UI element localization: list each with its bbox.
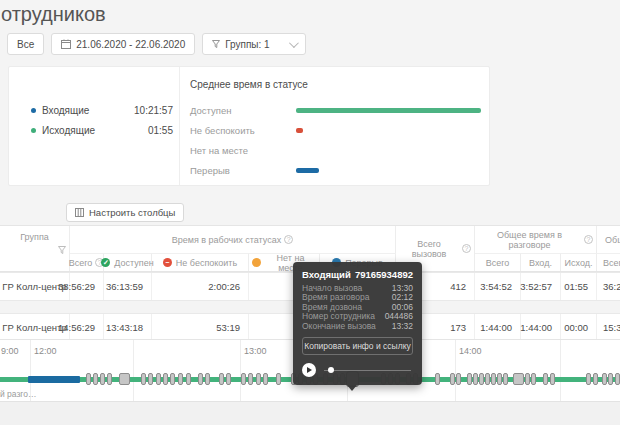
chevron-down-icon xyxy=(289,38,299,48)
subheader-talk-in[interactable]: Вход. xyxy=(521,253,561,271)
overflow-label: Общее xyxy=(605,235,620,245)
timeline-tick-label: 9:00 xyxy=(1,346,19,356)
call-marker[interactable] xyxy=(86,373,91,385)
subheader-talk-total[interactable]: Всего xyxy=(475,253,521,271)
call-marker[interactable] xyxy=(248,373,253,385)
call-marker[interactable] xyxy=(435,373,440,385)
legend-item-incoming: Входящие 10:21:57 xyxy=(31,105,173,116)
call-marker[interactable] xyxy=(205,373,210,385)
call-marker[interactable] xyxy=(163,373,168,385)
call-marker[interactable] xyxy=(602,373,607,385)
filter-all-chip[interactable]: Все xyxy=(7,33,44,55)
subheader-total[interactable]: Всего? xyxy=(70,253,104,271)
call-marker[interactable] xyxy=(263,373,268,385)
call-marker[interactable] xyxy=(219,373,224,385)
cell-talk-in: 3:52:57 xyxy=(521,273,561,300)
filters-bar: Все 21.06.2020 - 22.06.2020 Группы: 1 xyxy=(7,33,306,55)
call-marker[interactable] xyxy=(497,373,502,385)
cell-total: 14:56:29 xyxy=(70,314,104,341)
status-bar-break xyxy=(296,168,319,173)
call-marker[interactable] xyxy=(241,373,246,385)
call-marker[interactable] xyxy=(608,373,613,385)
call-marker[interactable] xyxy=(186,373,191,385)
cell-total: 38:56:29 xyxy=(70,273,104,300)
cell-talk-total: 3:54:52 xyxy=(475,273,521,300)
total-calls-label: Всего вызовов xyxy=(399,239,459,259)
cell-overflow-total: 15:33 xyxy=(597,314,620,341)
call-marker[interactable] xyxy=(543,373,548,385)
date-range-chip[interactable]: 21.06.2020 - 22.06.2020 xyxy=(51,33,195,55)
cell-talk-out: 01:55 xyxy=(561,273,597,300)
timeline-tick-label: 14:00 xyxy=(459,346,482,356)
call-marker[interactable] xyxy=(485,373,490,385)
call-direction: Входящий xyxy=(302,269,351,280)
play-button[interactable] xyxy=(302,363,316,377)
call-marker[interactable] xyxy=(226,373,231,385)
timeline-gridline xyxy=(133,340,134,401)
status-bar-dnd xyxy=(296,128,303,133)
info-icon[interactable]: ? xyxy=(462,244,471,253)
info-icon[interactable]: ? xyxy=(284,235,293,244)
column-filter-funnel-icon[interactable] xyxy=(58,246,66,254)
subheader-dnd[interactable]: − Не беспокоить xyxy=(152,253,249,271)
call-marker[interactable] xyxy=(198,373,203,385)
status-row-break: Перерыв xyxy=(190,165,481,175)
configure-columns-button[interactable]: Настроить столбцы xyxy=(66,203,184,222)
available-status-icon: ✓ xyxy=(101,258,110,267)
subheader-dnd-label: Не беспокоить xyxy=(176,258,237,268)
call-marker[interactable] xyxy=(119,373,130,385)
timeline-break-segment xyxy=(28,376,80,383)
incoming-label: Входящие xyxy=(42,105,89,116)
call-type-legend: Входящие 10:21:57 Исходящие 01:55 xyxy=(9,67,179,185)
funnel-icon xyxy=(212,40,220,48)
call-marker[interactable] xyxy=(178,373,183,385)
copy-info-button[interactable]: Копировать инфо и ссылку xyxy=(302,337,413,355)
subheader-overflow-total[interactable]: Всего xyxy=(597,253,620,271)
call-marker[interactable] xyxy=(276,373,281,385)
popup-pointer xyxy=(347,385,357,391)
call-marker[interactable] xyxy=(141,373,146,385)
cell-dnd: 53:19 xyxy=(152,314,249,341)
call-marker[interactable] xyxy=(93,373,98,385)
call-marker[interactable] xyxy=(503,373,508,385)
call-marker[interactable] xyxy=(473,373,478,385)
subheader-talk-out[interactable]: Исход. xyxy=(561,253,597,271)
outgoing-value: 01:55 xyxy=(148,125,173,136)
avg-status-panel: Среднее время в статусе Доступен Не бесп… xyxy=(190,79,481,90)
player-track[interactable] xyxy=(324,370,411,371)
call-marker[interactable] xyxy=(170,373,175,385)
incoming-value: 10:21:57 xyxy=(134,105,173,116)
column-header-group[interactable]: Группа xyxy=(0,226,70,271)
call-marker[interactable] xyxy=(531,373,536,385)
call-marker[interactable] xyxy=(100,373,105,385)
cell-available: 13:43:18 xyxy=(104,314,152,341)
call-marker[interactable] xyxy=(593,373,598,385)
subheader-total-label: Всего xyxy=(69,258,93,268)
call-marker[interactable] xyxy=(513,373,524,385)
timeline-gridline xyxy=(240,340,241,401)
call-marker[interactable] xyxy=(491,373,496,385)
popup-header: Входящий 79165934892 xyxy=(302,269,413,280)
status-row-dnd: Не беспокоить xyxy=(190,125,481,135)
field-label: Окончание вызова xyxy=(302,322,376,331)
call-marker[interactable] xyxy=(525,373,530,385)
call-detail-popup: Входящий 79165934892 Начало вызова 13:30… xyxy=(293,262,422,385)
call-marker[interactable] xyxy=(479,373,484,385)
subheader-available[interactable]: ✓ Доступен xyxy=(104,253,152,271)
call-marker[interactable] xyxy=(148,373,153,385)
call-marker[interactable] xyxy=(467,373,472,385)
call-marker[interactable] xyxy=(107,373,112,385)
groups-filter-chip[interactable]: Группы: 1 xyxy=(202,33,305,55)
call-marker[interactable] xyxy=(586,373,591,385)
status-label: Не беспокоить xyxy=(190,125,296,136)
call-marker[interactable] xyxy=(615,373,620,385)
call-marker[interactable] xyxy=(456,373,461,385)
call-marker[interactable] xyxy=(550,373,555,385)
info-icon[interactable]: ? xyxy=(584,235,593,244)
call-marker[interactable] xyxy=(450,373,455,385)
player-handle[interactable] xyxy=(328,367,334,373)
timeline-gridline xyxy=(560,340,561,401)
call-marker[interactable] xyxy=(156,373,161,385)
call-marker[interactable] xyxy=(256,373,261,385)
columns-icon xyxy=(75,208,84,217)
